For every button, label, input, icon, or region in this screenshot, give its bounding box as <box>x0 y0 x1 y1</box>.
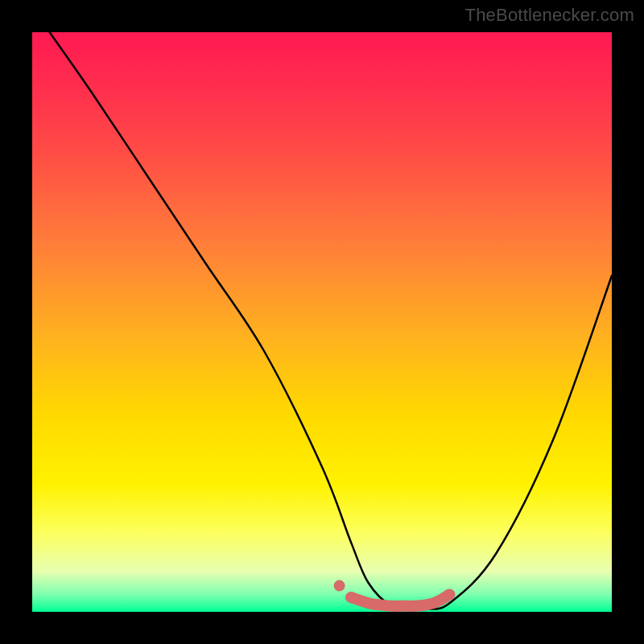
highlight-dot <box>334 580 345 592</box>
chart-plot-area <box>32 32 612 612</box>
attribution-text: TheBottlenecker.com <box>465 5 634 26</box>
chart-svg <box>32 32 612 612</box>
bottleneck-curve-path <box>50 32 612 609</box>
highlight-band <box>334 580 450 606</box>
highlight-band-path <box>351 594 449 605</box>
